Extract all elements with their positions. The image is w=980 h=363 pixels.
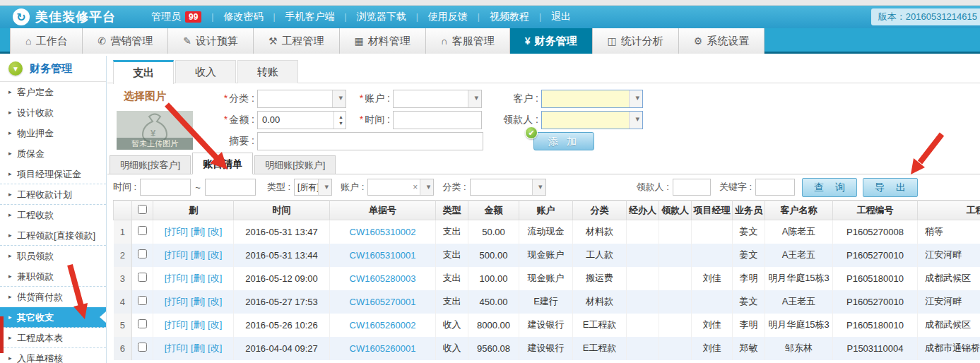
action-link-[删][interactable]: [删]	[191, 343, 205, 353]
subtab-明细账[按账户][interactable]: 明细账[按账户]	[254, 155, 336, 174]
row-checkbox[interactable]	[138, 226, 147, 235]
action-link-[删][interactable]: [删]	[191, 319, 205, 330]
sidebar-item-物业押金[interactable]: ▸物业押金	[0, 123, 106, 143]
column-header-金额: 金额	[468, 201, 519, 220]
sidebar-item-兼职领款[interactable]: ▸兼职领款	[0, 266, 106, 287]
admin-link[interactable]: 管理员99	[148, 11, 204, 23]
stepper-down-icon[interactable]: ▼	[338, 121, 343, 126]
action-link-[删][interactable]: [删]	[191, 296, 205, 307]
row-checkbox[interactable]	[138, 296, 147, 305]
customer-select[interactable]	[541, 90, 643, 108]
action-link-[删][interactable]: [删]	[191, 273, 205, 283]
category-label: 分类 :	[229, 93, 254, 104]
amount-stepper[interactable]: 0.00 ▲ ▼	[257, 111, 346, 129]
nav-item-材料管理[interactable]: ▦材料管理	[340, 28, 426, 54]
doc-no-link[interactable]: CW1605310002	[350, 227, 416, 237]
sidebar-item-工程成本表[interactable]: ▸工程成本表	[0, 328, 106, 348]
sidebar-item-工程收款计划[interactable]: ▸工程收款计划	[0, 184, 106, 205]
sidebar-header[interactable]: ▼ 财务管理	[0, 56, 106, 82]
action-link-[打印][interactable]: [打印]	[165, 273, 188, 283]
sidebar-item-入库单稽核[interactable]: ▸入库单稽核	[0, 348, 106, 363]
action-link-[改][interactable]: [改]	[208, 226, 222, 237]
subtab-明细账[按客户][interactable]: 明细账[按客户]	[110, 155, 191, 174]
row-checkbox[interactable]	[138, 249, 147, 258]
action-link-[改][interactable]: [改]	[208, 273, 222, 283]
action-link-[改][interactable]: [改]	[208, 343, 222, 353]
sidebar-item-质保金[interactable]: ▸质保金	[0, 143, 106, 164]
action-link-[打印][interactable]: [打印]	[165, 343, 188, 353]
action-link-[打印][interactable]: [打印]	[165, 296, 188, 307]
action-link-[改][interactable]: [改]	[208, 296, 222, 307]
tab-收入[interactable]: 收入	[175, 60, 236, 83]
time-to-input[interactable]	[205, 179, 256, 196]
doc-no-link[interactable]: CW1605260001	[350, 343, 416, 354]
sidebar-item-供货商付款[interactable]: ▸供货商付款	[0, 287, 106, 307]
tab-支出[interactable]: 支出	[113, 60, 174, 84]
type-select[interactable]: [所有]	[294, 179, 332, 196]
search-button[interactable]: 查 询	[802, 178, 857, 197]
doc-no-link[interactable]: CW1605270001	[350, 297, 416, 307]
action-link-[打印][interactable]: [打印]	[165, 319, 188, 330]
gear-icon: ⚙	[694, 35, 703, 47]
nav-item-系统设置[interactable]: ⚙系统设置	[679, 28, 765, 54]
subtab-账目清单[interactable]: 账目清单	[192, 153, 253, 174]
action-link-[打印][interactable]: [打印]	[165, 226, 188, 237]
choose-image-label[interactable]: 选择图片	[124, 90, 166, 103]
row-checkbox[interactable]	[138, 273, 147, 282]
nav-item-工程管理[interactable]: ⚒工程管理	[254, 28, 340, 54]
select-all-checkbox[interactable]	[138, 205, 147, 214]
doc-no-link[interactable]: CW1605280003	[350, 273, 416, 284]
doc-no-link[interactable]: CW1605310001	[350, 250, 416, 261]
keyword-input[interactable]	[755, 179, 795, 196]
nav-item-统计分析[interactable]: ◫统计分析	[593, 28, 679, 54]
action-link-[打印][interactable]: [打印]	[165, 249, 188, 260]
stepper-up-icon[interactable]: ▲	[338, 114, 343, 119]
toplink-修改密码[interactable]: 修改密码	[220, 11, 266, 23]
doc-no-link[interactable]: CW1605260002	[350, 320, 416, 331]
row-select-cell	[132, 290, 153, 314]
sidebar-item-工程收款[interactable]: ▸工程收款	[0, 205, 106, 225]
toplink-使用反馈[interactable]: 使用反馈	[425, 11, 471, 23]
sidebar-item-label: 职员领款	[17, 251, 54, 261]
nav-item-营销管理[interactable]: ✆营销管理	[83, 28, 168, 54]
row-checkbox[interactable]	[138, 343, 147, 352]
collapse-icon[interactable]: ▼	[8, 61, 23, 76]
nav-item-工作台[interactable]: ⌂工作台	[10, 28, 83, 54]
time-from-input[interactable]	[140, 179, 191, 196]
action-link-[删][interactable]: [删]	[191, 226, 205, 237]
image-upload-placeholder[interactable]: ¥ 暂未上传图片	[117, 111, 193, 150]
clear-icon[interactable]: ×	[413, 182, 418, 192]
payee-select[interactable]	[541, 111, 643, 129]
account-select[interactable]	[393, 90, 482, 108]
nav-item-客服管理[interactable]: ∩客服管理	[426, 28, 510, 54]
tab-转账[interactable]: 转账	[237, 60, 298, 83]
sidebar-item-客户定金[interactable]: ▸客户定金	[0, 82, 106, 102]
sidebar-item-设计收款[interactable]: ▸设计收款	[0, 102, 106, 123]
sidebar-item-工程领款[直接领款][interactable]: ▸工程领款[直接领款]	[0, 225, 106, 246]
action-link-[改][interactable]: [改]	[208, 249, 222, 260]
notification-badge[interactable]: 99	[185, 11, 201, 23]
toplink-退出[interactable]: 退出	[548, 11, 574, 23]
summary-input[interactable]	[257, 132, 483, 150]
account-combo[interactable]: ×	[367, 179, 434, 196]
add-button[interactable]: 添 加	[533, 132, 594, 150]
sidebar-item-职员领款[interactable]: ▸职员领款	[0, 246, 106, 266]
sidebar-item-项目经理保证金[interactable]: ▸项目经理保证金	[0, 164, 106, 184]
nav-item-财务管理[interactable]: ¥财务管理	[510, 28, 593, 54]
time-input[interactable]	[393, 111, 482, 129]
toplink-视频教程[interactable]: 视频教程	[487, 11, 532, 23]
category-filter-select[interactable]	[470, 179, 546, 196]
action-link-[改][interactable]: [改]	[208, 319, 222, 330]
topbar-menu: 管理员99 |修改密码|手机客户端|浏览器下载|使用反馈|视频教程|退出	[148, 11, 574, 23]
sidebar-item-其它收支[interactable]: ▸其它收支	[0, 307, 106, 328]
row-checkbox[interactable]	[138, 319, 147, 328]
toplink-手机客户端[interactable]: 手机客户端	[283, 11, 338, 23]
triangle-bullet-icon: ▸	[8, 348, 12, 363]
category-select[interactable]	[257, 90, 346, 108]
export-button[interactable]: 导 出	[863, 178, 918, 197]
nav-item-设计预算[interactable]: ✎设计预算	[168, 28, 254, 54]
action-link-[删][interactable]: [删]	[191, 249, 205, 260]
payee-filter-input[interactable]	[673, 179, 711, 196]
cell-salesman: 姜文	[733, 244, 765, 267]
toplink-浏览器下载[interactable]: 浏览器下载	[354, 11, 409, 23]
